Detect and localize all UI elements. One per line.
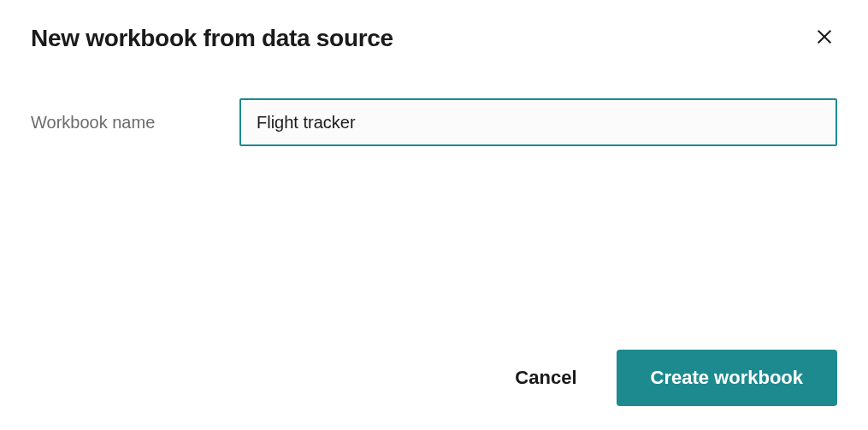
close-button[interactable] [812,24,837,52]
new-workbook-dialog: New workbook from data source Workbook n… [0,0,868,430]
workbook-name-row: Workbook name [31,98,837,146]
workbook-name-label: Workbook name [31,113,219,133]
close-icon [815,27,834,49]
workbook-name-input[interactable] [239,98,837,146]
create-workbook-button[interactable]: Create workbook [617,350,838,406]
dialog-title: New workbook from data source [31,25,393,52]
cancel-button[interactable]: Cancel [506,360,585,396]
dialog-header: New workbook from data source [31,24,837,52]
dialog-footer: Cancel Create workbook [31,350,837,406]
